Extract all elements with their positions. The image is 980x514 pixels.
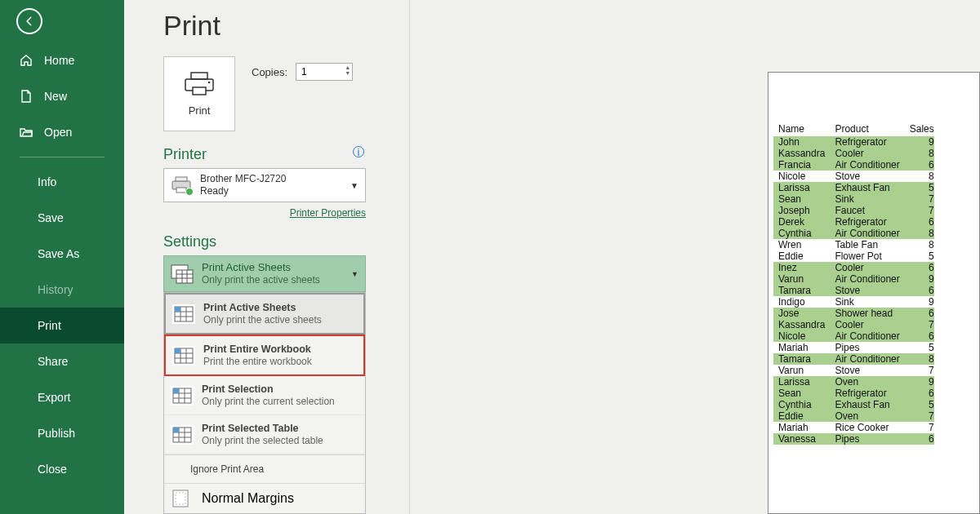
printer-section-title: Printer xyxy=(163,146,366,163)
preview-row: MariahRice Cooker7 xyxy=(773,422,934,433)
sidebar-item-label: Publish xyxy=(38,427,75,440)
copies-label: Copies: xyxy=(252,66,287,78)
preview-row: FranciaAir Conditioner6 xyxy=(773,159,934,171)
printer-device-icon xyxy=(171,176,192,194)
chevron-down-icon: ▼ xyxy=(350,181,359,190)
print-button-label: Print xyxy=(189,104,211,117)
preview-row: InezCooler6 xyxy=(773,262,934,273)
preview-row: TamaraStove6 xyxy=(773,285,934,296)
preview-row: IndigoSink9 xyxy=(773,296,934,308)
preview-row: DerekRefrigerator6 xyxy=(773,216,934,228)
printer-status: Ready xyxy=(200,185,286,197)
sidebar-item-open[interactable]: Open xyxy=(0,114,124,150)
printer-icon xyxy=(183,72,216,96)
new-icon xyxy=(20,90,33,103)
margins-icon xyxy=(171,489,194,508)
back-button[interactable] xyxy=(16,8,42,34)
sheets-icon xyxy=(172,346,195,366)
preview-header: Name xyxy=(773,122,830,136)
sidebar-item-label: Save As xyxy=(38,247,79,260)
print-button[interactable]: Print xyxy=(163,56,235,131)
preview-table: NameProductSales JohnRefrigerator9Kassan… xyxy=(773,122,934,445)
print-what-selected-sub: Only print the active sheets xyxy=(202,274,320,286)
sidebar-item-info[interactable]: Info xyxy=(0,164,124,200)
preview-row: MariahPipes5 xyxy=(773,342,934,353)
margins-item-partial[interactable]: Normal Margins xyxy=(164,483,365,513)
option-title: Print Active Sheets xyxy=(203,301,322,314)
preview-header: Product xyxy=(830,122,904,136)
sheets-icon xyxy=(171,425,194,445)
svg-rect-30 xyxy=(173,388,179,393)
preview-row: LarissaExhaust Fan5 xyxy=(773,182,934,193)
preview-row: WrenTable Fan8 xyxy=(773,239,934,250)
option-sub: Only print the selected table xyxy=(202,435,323,447)
sidebar-item-home[interactable]: Home xyxy=(0,42,124,78)
sidebar-item-label: History xyxy=(38,283,74,296)
option-sub: Only print the current selection xyxy=(202,396,335,408)
preview-row: JoseShower head6 xyxy=(773,308,934,319)
sidebar-item-save[interactable]: Save xyxy=(0,200,124,236)
printer-status-ok-icon xyxy=(185,188,194,196)
sidebar-item-label: Print xyxy=(38,319,61,332)
sidebar-item-label: Home xyxy=(44,54,74,67)
svg-rect-8 xyxy=(176,270,193,283)
printer-selector[interactable]: Brother MFC-J2720 Ready ▼ xyxy=(163,168,366,202)
svg-rect-24 xyxy=(175,348,180,353)
copies-value: 1 xyxy=(301,66,307,78)
preview-row: KassandraCooler7 xyxy=(773,319,934,330)
preview-row: SeanSink7 xyxy=(773,193,934,205)
preview-row: JosephFaucet7 xyxy=(773,205,934,216)
svg-rect-2 xyxy=(193,87,206,95)
preview-row: EddieOven7 xyxy=(773,410,934,422)
sidebar-item-export[interactable]: Export xyxy=(0,379,124,415)
ignore-print-area-item[interactable]: Ignore Print Area xyxy=(164,454,365,483)
print-preview: NameProductSales JohnRefrigerator9Kassan… xyxy=(768,72,980,514)
preview-row: NicoleStove8 xyxy=(773,171,934,182)
option-title: Print Selection xyxy=(202,383,335,396)
preview-row: VarunStove7 xyxy=(773,365,934,376)
copies-spinner[interactable]: ▲▼ xyxy=(345,64,350,76)
printer-name: Brother MFC-J2720 xyxy=(200,173,286,185)
preview-row: VarunAir Conditioner9 xyxy=(773,273,934,285)
print-what-dropdown[interactable]: Print Active Sheets Only print the activ… xyxy=(163,255,366,292)
printer-properties-link[interactable]: Printer Properties xyxy=(163,207,366,219)
print-what-option-print-selected-table[interactable]: Print Selected TableOnly print the selec… xyxy=(164,415,365,454)
print-what-option-print-selection[interactable]: Print SelectionOnly print the current se… xyxy=(164,376,365,415)
preview-row: LarissaOven9 xyxy=(773,376,934,388)
margins-label: Normal Margins xyxy=(202,491,294,506)
sidebar-item-close[interactable]: Close xyxy=(0,451,124,487)
arrow-left-icon xyxy=(24,16,35,27)
sheets-icon xyxy=(171,386,194,405)
sidebar-item-label: Share xyxy=(38,355,68,368)
svg-rect-18 xyxy=(175,307,180,312)
preview-row: SeanRefrigerator6 xyxy=(773,388,934,399)
option-sub: Print the entire workbook xyxy=(203,356,312,368)
copies-input[interactable]: 1 ▲▼ xyxy=(296,63,353,81)
option-sub: Only print the active sheets xyxy=(203,314,322,326)
sidebar-item-label: New xyxy=(44,90,67,103)
preview-row: TamaraAir Conditioner8 xyxy=(773,353,934,365)
option-title: Print Selected Table xyxy=(202,422,323,435)
home-icon xyxy=(20,54,33,67)
print-what-option-print-active-sheets[interactable]: Print Active SheetsOnly print the active… xyxy=(164,293,365,335)
open-icon xyxy=(20,126,33,139)
sidebar-item-label: Save xyxy=(38,211,64,224)
page-title: Print xyxy=(163,10,941,42)
preview-row: CynthiaExhaust Fan5 xyxy=(773,399,934,410)
print-what-option-print-entire-workbook[interactable]: Print Entire WorkbookPrint the entire wo… xyxy=(164,335,365,376)
preview-row: NicoleAir Conditioner6 xyxy=(773,330,934,342)
preview-row: VanessaPipes6 xyxy=(773,433,934,445)
sidebar-item-share[interactable]: Share xyxy=(0,343,124,379)
preview-row: KassandraCooler8 xyxy=(773,148,934,159)
svg-rect-0 xyxy=(191,73,207,79)
sidebar-item-new[interactable]: New xyxy=(0,78,124,114)
info-icon[interactable]: i xyxy=(353,146,364,157)
sidebar-item-print[interactable]: Print xyxy=(0,308,124,343)
sidebar-item-label: Close xyxy=(38,463,67,476)
sidebar-item-label: Export xyxy=(38,391,70,404)
sheets-icon xyxy=(172,304,195,324)
sidebar-item-publish[interactable]: Publish xyxy=(0,415,124,451)
preview-header: Sales xyxy=(905,122,934,136)
vertical-divider xyxy=(409,0,410,514)
sidebar-item-save-as[interactable]: Save As xyxy=(0,236,124,272)
